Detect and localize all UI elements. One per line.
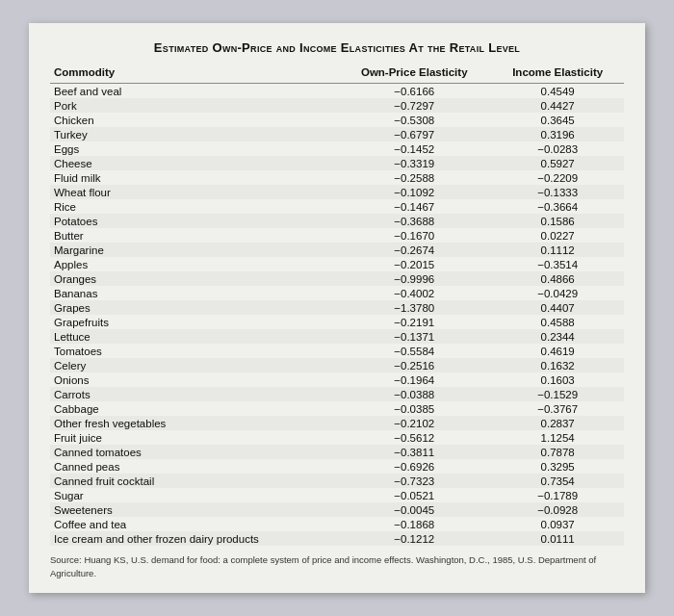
table-row: Onions−0.19640.1603 <box>50 372 624 387</box>
income-cell: 0.1112 <box>491 243 624 257</box>
own-price-cell: −1.3780 <box>337 300 491 315</box>
table-row: Canned fruit cocktail−0.73230.7354 <box>50 474 624 488</box>
table-row: Chicken−0.53080.3645 <box>50 113 624 127</box>
own-price-cell: −0.9996 <box>337 271 491 286</box>
table-row: Bananas−0.4002−0.0429 <box>50 286 624 300</box>
table-row: Beef and veal−0.61660.4549 <box>50 84 624 99</box>
income-cell: −0.1789 <box>491 488 624 502</box>
income-cell: 0.4588 <box>491 315 624 329</box>
commodity-cell: Grapefruits <box>50 315 337 329</box>
table-row: Celery−0.25160.1632 <box>50 358 624 372</box>
commodity-cell: Rice <box>50 199 337 214</box>
income-cell: −0.1529 <box>491 387 624 401</box>
commodity-cell: Ice cream and other frozen dairy product… <box>50 531 337 546</box>
commodity-cell: Fluid milk <box>50 170 337 185</box>
income-cell: 0.1603 <box>491 372 624 387</box>
col-income: Income Elasticity <box>491 64 624 84</box>
commodity-cell: Canned tomatoes <box>50 445 337 459</box>
income-cell: 0.0227 <box>491 228 624 243</box>
table-row: Grapefruits−0.21910.4588 <box>50 315 624 329</box>
table-row: Carrots−0.0388−0.1529 <box>50 387 624 401</box>
income-cell: 0.7354 <box>491 474 624 488</box>
income-cell: 0.4549 <box>491 84 624 99</box>
table-row: Turkey−0.67970.3196 <box>50 127 624 141</box>
income-cell: 0.2344 <box>491 329 624 344</box>
commodity-cell: Butter <box>50 228 337 243</box>
table-row: Other fresh vegetables−0.21020.2837 <box>50 416 624 430</box>
income-cell: 0.0937 <box>491 517 624 531</box>
commodity-cell: Margarine <box>50 243 337 257</box>
table-row: Canned peas−0.69260.3295 <box>50 459 624 474</box>
commodity-cell: Tomatoes <box>50 344 337 358</box>
commodity-cell: Lettuce <box>50 329 337 344</box>
income-cell: 0.5927 <box>491 156 624 170</box>
table-row: Coffee and tea−0.18680.0937 <box>50 517 624 531</box>
table-row: Sweeteners−0.0045−0.0928 <box>50 502 624 517</box>
own-price-cell: −0.2588 <box>337 170 491 185</box>
own-price-cell: −0.6926 <box>337 459 491 474</box>
commodity-cell: Other fresh vegetables <box>50 416 337 430</box>
commodity-cell: Apples <box>50 257 337 271</box>
table-row: Apples−0.2015−0.3514 <box>50 257 624 271</box>
own-price-cell: −0.3811 <box>337 445 491 459</box>
commodity-cell: Cheese <box>50 156 337 170</box>
income-cell: −0.0928 <box>491 502 624 517</box>
income-cell: 0.4427 <box>491 98 624 113</box>
own-price-cell: −0.0045 <box>337 502 491 517</box>
table-row: Oranges−0.99960.4866 <box>50 271 624 286</box>
own-price-cell: −0.0385 <box>337 401 491 416</box>
own-price-cell: −0.2516 <box>337 358 491 372</box>
income-cell: −0.1333 <box>491 185 624 199</box>
own-price-cell: −0.6166 <box>337 84 491 99</box>
income-cell: −0.3767 <box>491 401 624 416</box>
page-container: Estimated Own-Price and Income Elasticit… <box>29 23 645 593</box>
own-price-cell: −0.1212 <box>337 531 491 546</box>
table-row: Margarine−0.26740.1112 <box>50 243 624 257</box>
own-price-cell: −0.2191 <box>337 315 491 329</box>
commodity-cell: Sweeteners <box>50 502 337 517</box>
income-cell: 0.4619 <box>491 344 624 358</box>
commodity-cell: Turkey <box>50 127 337 141</box>
own-price-cell: −0.1964 <box>337 372 491 387</box>
own-price-cell: −0.5612 <box>337 430 491 445</box>
income-cell: −0.3514 <box>491 257 624 271</box>
own-price-cell: −0.5584 <box>337 344 491 358</box>
table-row: Fluid milk−0.2588−0.2209 <box>50 170 624 185</box>
own-price-cell: −0.4002 <box>337 286 491 300</box>
own-price-cell: −0.1467 <box>337 199 491 214</box>
table-row: Rice−0.1467−0.3664 <box>50 199 624 214</box>
own-price-cell: −0.6797 <box>337 127 491 141</box>
table-row: Sugar−0.0521−0.1789 <box>50 488 624 502</box>
own-price-cell: −0.7323 <box>337 474 491 488</box>
income-cell: 0.1586 <box>491 214 624 228</box>
own-price-cell: −0.1868 <box>337 517 491 531</box>
income-cell: 0.4866 <box>491 271 624 286</box>
source-text: Source: Huang KS, U.S. demand for food: … <box>50 553 624 579</box>
table-row: Potatoes−0.36880.1586 <box>50 214 624 228</box>
own-price-cell: −0.2102 <box>337 416 491 430</box>
commodity-cell: Beef and veal <box>50 84 337 99</box>
table-row: Ice cream and other frozen dairy product… <box>50 531 624 546</box>
own-price-cell: −0.0521 <box>337 488 491 502</box>
own-price-cell: −0.1092 <box>337 185 491 199</box>
commodity-cell: Pork <box>50 98 337 113</box>
commodity-cell: Canned peas <box>50 459 337 474</box>
table-row: Wheat flour−0.1092−0.1333 <box>50 185 624 199</box>
own-price-cell: −0.1670 <box>337 228 491 243</box>
col-commodity: Commodity <box>50 64 337 84</box>
table-row: Grapes−1.37800.4407 <box>50 300 624 315</box>
table-title: Estimated Own-Price and Income Elasticit… <box>50 40 624 55</box>
income-cell: 0.1632 <box>491 358 624 372</box>
commodity-cell: Eggs <box>50 141 337 156</box>
income-cell: 0.3196 <box>491 127 624 141</box>
commodity-cell: Fruit juice <box>50 430 337 445</box>
col-own-price: Own-Price Elasticity <box>337 64 491 84</box>
own-price-cell: −0.2015 <box>337 257 491 271</box>
own-price-cell: −0.5308 <box>337 113 491 127</box>
own-price-cell: −0.3319 <box>337 156 491 170</box>
table-row: Lettuce−0.13710.2344 <box>50 329 624 344</box>
own-price-cell: −0.7297 <box>337 98 491 113</box>
table-row: Cheese−0.33190.5927 <box>50 156 624 170</box>
income-cell: −0.0283 <box>491 141 624 156</box>
commodity-cell: Carrots <box>50 387 337 401</box>
